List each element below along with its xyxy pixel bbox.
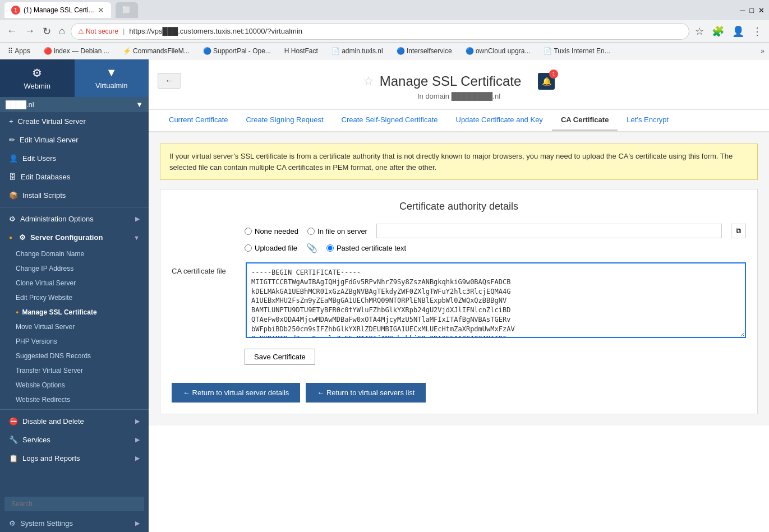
sidebar-sub-change-ip[interactable]: Change IP Address bbox=[0, 261, 149, 276]
home-button[interactable]: ⌂ bbox=[57, 23, 67, 39]
favorite-star-icon[interactable]: ☆ bbox=[363, 74, 374, 89]
radio-in-file[interactable]: In file on server bbox=[307, 227, 367, 235]
bookmark-tuxis[interactable]: 📄 Tuxis Internet En... bbox=[540, 46, 613, 56]
services-expand-icon: ▶ bbox=[135, 436, 140, 443]
cert-section-title: Certificate authority details bbox=[172, 201, 746, 212]
return-list-button[interactable]: ← Return to virtual servers list bbox=[306, 383, 426, 403]
save-certificate-button[interactable]: Save Certificate bbox=[245, 349, 315, 365]
radio-uploaded-file[interactable]: Uploaded file bbox=[245, 244, 297, 252]
tab-ca-certificate[interactable]: CA Certificate bbox=[552, 110, 618, 131]
manage-ssl-label: Manage SSL Certificate bbox=[22, 308, 96, 316]
active-tab[interactable]: 1 (1) Manage SSL Certi... ✕ bbox=[4, 2, 111, 18]
address-bar[interactable]: ⚠ Not secure | https://vps███.customers.… bbox=[71, 23, 689, 40]
sidebar-search-input[interactable] bbox=[4, 497, 144, 511]
website-options-label: Website Options bbox=[16, 381, 65, 389]
virtualmin-label: Virtualmin bbox=[95, 81, 128, 90]
install-icon: 📦 bbox=[9, 191, 18, 200]
bookmark-admin[interactable]: 📄 admin.tuxis.nl bbox=[328, 46, 386, 56]
tab-close-button[interactable]: ✕ bbox=[98, 6, 104, 15]
profile-button[interactable]: 👤 bbox=[730, 23, 747, 40]
ca-file-row: CA certificate file -----BEGIN CERTIFICA… bbox=[172, 262, 746, 340]
tab-create-self-signed[interactable]: Create Self-Signed Certificate bbox=[333, 110, 447, 131]
server-config-expand-icon: ▼ bbox=[133, 234, 140, 241]
tabs-bar: Current Certificate Create Signing Reque… bbox=[149, 110, 769, 132]
bookmark-button[interactable]: ☆ bbox=[693, 23, 706, 40]
webmin-tab[interactable]: ⚙ Webmin bbox=[0, 59, 75, 97]
sidebar-item-disable-delete[interactable]: ⛔ Disable and Delete ▶ bbox=[0, 412, 149, 431]
tab-create-signing-request[interactable]: Create Signing Request bbox=[237, 110, 332, 131]
tab-favicon: 1 bbox=[11, 6, 20, 15]
radio-none-needed[interactable]: None needed bbox=[245, 227, 298, 235]
create-label: Create Virtual Server bbox=[18, 117, 86, 126]
logs-label: Logs and Reports bbox=[22, 454, 80, 462]
domain-selector[interactable]: ████.nl ▼ bbox=[0, 97, 149, 112]
tab-current-certificate[interactable]: Current Certificate bbox=[160, 110, 237, 131]
maximize-button[interactable]: □ bbox=[749, 6, 754, 15]
admin-icon: ⚙ bbox=[9, 215, 16, 223]
disable-label: Disable and Delete bbox=[22, 417, 84, 425]
sidebar-sub-manage-ssl[interactable]: Manage SSL Certificate bbox=[0, 305, 149, 320]
forward-button[interactable]: → bbox=[22, 23, 37, 39]
bookmark-commands[interactable]: ⚡ CommandsFileM... bbox=[119, 46, 193, 56]
app-body: ⚙ Webmin ▼ Virtualmin ████.nl ▼ + Create… bbox=[0, 59, 769, 532]
sidebar-sub-website-options[interactable]: Website Options bbox=[0, 378, 149, 392]
cert-text-textarea[interactable]: -----BEGIN CERTIFICATE----- MIIGTTCCBTWg… bbox=[246, 262, 746, 338]
sidebar-sub-clone[interactable]: Clone Virtual Server bbox=[0, 276, 149, 290]
sidebar-sub-change-domain[interactable]: Change Domain Name bbox=[0, 247, 149, 261]
back-button[interactable]: ← bbox=[4, 23, 19, 39]
sidebar-sub-website-redirects[interactable]: Website Redirects bbox=[0, 392, 149, 407]
notification-button[interactable]: 🔔 1 bbox=[538, 73, 555, 90]
sidebar-sub-dns-records[interactable]: Suggested DNS Records bbox=[0, 349, 149, 363]
php-label: PHP Versions bbox=[16, 337, 57, 345]
sidebar-header: ⚙ Webmin ▼ Virtualmin bbox=[0, 59, 149, 97]
menu-button[interactable]: ⋮ bbox=[750, 23, 765, 40]
create-icon: + bbox=[9, 117, 13, 126]
webmin-label: Webmin bbox=[24, 82, 50, 90]
tab-lets-encrypt[interactable]: Let's Encrypt bbox=[618, 110, 678, 131]
security-warning: ⚠ Not secure bbox=[78, 27, 118, 35]
tab-update-cert-key[interactable]: Update Certificate and Key bbox=[447, 110, 552, 131]
sidebar-item-services[interactable]: 🔧 Services ▶ bbox=[0, 431, 149, 449]
logs-icon: 📋 bbox=[9, 454, 18, 462]
ca-file-label: CA certificate file bbox=[172, 262, 239, 275]
sidebar-section-server-config[interactable]: ⚙ Server Configuration ▼ bbox=[0, 228, 149, 247]
sidebar-sub-edit-proxy[interactable]: Edit Proxy Website bbox=[0, 290, 149, 305]
sidebar-sub-move-virtual[interactable]: Move Virtual Server bbox=[0, 320, 149, 334]
sidebar-item-edit-users[interactable]: 👤 Edit Users bbox=[0, 149, 149, 168]
logs-expand-icon: ▶ bbox=[135, 455, 140, 462]
back-arrow-button[interactable]: ← bbox=[158, 73, 181, 89]
system-settings-expand-icon: ▶ bbox=[135, 520, 140, 527]
bookmark-index[interactable]: 🔴 index — Debian ... bbox=[40, 46, 113, 56]
bookmark-interselfservice[interactable]: 🔵 Interselfservice bbox=[393, 46, 455, 56]
in-file-path-input[interactable] bbox=[376, 224, 722, 238]
sidebar-item-edit-virtual-server[interactable]: ✏ Edit Virtual Server bbox=[0, 131, 149, 149]
sidebar-section-admin-options[interactable]: ⚙ Administration Options ▶ bbox=[0, 210, 149, 228]
refresh-button[interactable]: ↻ bbox=[40, 23, 53, 40]
page-header: ← ☆ Manage SSL Certificate 🔔 1 In domain… bbox=[149, 59, 769, 110]
extensions-button[interactable]: 🧩 bbox=[710, 23, 726, 40]
close-window-button[interactable]: ✕ bbox=[758, 6, 765, 15]
sidebar-sub-transfer[interactable]: Transfer Virtual Server bbox=[0, 363, 149, 378]
minimize-button[interactable]: ─ bbox=[740, 6, 745, 15]
bookmark-owncloud[interactable]: 🔵 ownCloud upgra... bbox=[462, 46, 534, 56]
sidebar-sub-php-versions[interactable]: PHP Versions bbox=[0, 334, 149, 349]
page-title: Manage SSL Certificate bbox=[380, 73, 522, 89]
sidebar-divider-2 bbox=[0, 409, 149, 410]
bookmark-supportpal[interactable]: 🔵 SupportPal - Ope... bbox=[200, 46, 274, 56]
copy-path-button[interactable]: ⧉ bbox=[731, 224, 746, 238]
system-settings-icon: ⚙ bbox=[9, 519, 16, 528]
radio-pasted-text[interactable]: Pasted certificate text bbox=[326, 244, 406, 252]
radio-file-label: In file on server bbox=[317, 227, 367, 235]
sidebar-item-create-virtual-server[interactable]: + Create Virtual Server bbox=[0, 112, 149, 131]
virtualmin-tab[interactable]: ▼ Virtualmin bbox=[75, 59, 149, 97]
sidebar-item-logs[interactable]: 📋 Logs and Reports ▶ bbox=[0, 449, 149, 468]
sidebar-item-edit-databases[interactable]: 🗄 Edit Databases bbox=[0, 168, 149, 186]
bookmark-apps[interactable]: ⠿ Apps bbox=[4, 46, 34, 56]
bookmarks-more[interactable]: » bbox=[761, 47, 765, 55]
page-subtitle: In domain ████████.nl bbox=[417, 92, 500, 100]
sidebar-item-install-scripts[interactable]: 📦 Install Scripts bbox=[0, 186, 149, 205]
bookmark-hostfact[interactable]: H HostFact bbox=[281, 46, 321, 56]
new-tab-button[interactable]: ⬜ bbox=[116, 2, 138, 18]
return-details-button[interactable]: ← Return to virtual server details bbox=[172, 383, 300, 403]
sidebar-footer-system-settings[interactable]: ⚙ System Settings ▶ bbox=[0, 515, 149, 532]
